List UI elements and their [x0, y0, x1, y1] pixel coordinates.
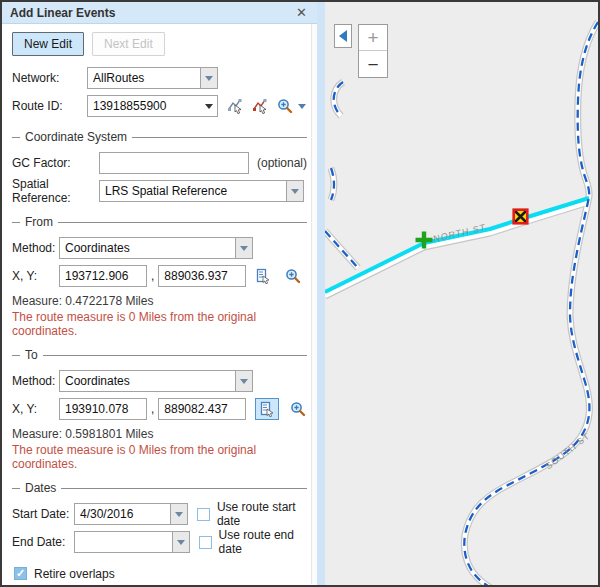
map-roads-layer [325, 2, 598, 585]
xy-separator: , [151, 269, 154, 283]
zoom-in-button[interactable]: + [359, 25, 387, 51]
start-date-value: 4/30/2016 [75, 507, 170, 521]
chevron-down-icon [240, 246, 248, 251]
from-method-dropdown[interactable]: Coordinates [59, 237, 253, 259]
spatial-reference-value: LRS Spatial Reference [100, 184, 286, 198]
section-to: To [12, 348, 307, 362]
chevron-down-icon [205, 104, 213, 109]
xy-separator: , [151, 402, 154, 416]
chevron-down-icon [177, 540, 185, 545]
chevron-down-icon [205, 76, 213, 81]
map-view[interactable]: NORTH ST SOUTH ST + − [325, 2, 598, 585]
panel-title: Add Linear Events [10, 6, 294, 20]
pick-coordinates-active-button[interactable] [255, 398, 279, 420]
start-date-label: Start Date: [12, 507, 74, 521]
panel-scrollbar[interactable] [311, 24, 317, 584]
panel-header: Add Linear Events ✕ [2, 2, 317, 24]
spatial-reference-dropdown[interactable]: LRS Spatial Reference [99, 180, 304, 202]
select-route-icon[interactable] [227, 98, 243, 114]
gc-factor-input[interactable] [99, 152, 249, 174]
app-window: Add Linear Events ✕ New Edit Next Edit N… [0, 0, 600, 587]
retire-overlaps-checkbox[interactable] [14, 567, 27, 580]
use-route-end-date-checkbox[interactable] [199, 536, 212, 549]
add-linear-events-panel: Add Linear Events ✕ New Edit Next Edit N… [2, 2, 325, 585]
zoom-to-to-point-icon[interactable] [290, 401, 306, 417]
network-label: Network: [12, 71, 87, 85]
to-point-marker [514, 210, 528, 224]
zoom-to-from-point-icon[interactable] [285, 268, 301, 284]
zoom-to-route-icon[interactable] [277, 98, 293, 114]
chevron-left-icon [339, 30, 347, 42]
to-xy-label: X, Y: [12, 402, 59, 416]
to-measure: Measure: 0.5981801 Miles [12, 427, 307, 441]
close-icon[interactable]: ✕ [294, 5, 309, 20]
from-method-arrow[interactable] [235, 238, 252, 258]
section-from: From [12, 215, 307, 229]
chevron-down-icon [298, 104, 306, 109]
retire-overlaps-label: Retire overlaps [34, 567, 115, 581]
end-date-dropdown[interactable] [74, 531, 190, 553]
route-id-label: Route ID: [12, 99, 87, 113]
spatial-reference-label: Spatial Reference: [12, 177, 99, 205]
chevron-down-icon [175, 512, 183, 517]
end-date-label: End Date: [12, 535, 74, 549]
from-x-input[interactable] [59, 265, 147, 287]
route-id-dropdown-arrow[interactable] [201, 104, 217, 109]
network-value: AllRoutes [88, 71, 200, 85]
to-method-dropdown[interactable]: Coordinates [59, 370, 253, 392]
network-dropdown-arrow[interactable] [200, 68, 217, 88]
start-date-arrow[interactable] [170, 504, 187, 524]
from-measure: Measure: 0.4722178 Miles [12, 294, 307, 308]
network-dropdown[interactable]: AllRoutes [87, 67, 218, 89]
to-method-arrow[interactable] [235, 371, 252, 391]
to-warning: The route measure is 0 Miles from the or… [12, 443, 307, 471]
panel-body: New Edit Next Edit Network: AllRoutes Ro… [2, 24, 317, 584]
chevron-down-icon [240, 379, 248, 384]
from-method-label: Method: [12, 241, 59, 255]
map-zoom-control: + − [358, 24, 388, 78]
pick-coordinates-icon [259, 401, 275, 417]
zoom-out-button[interactable]: − [359, 51, 387, 77]
section-coordinate-system: Coordinate System [12, 130, 307, 144]
from-method-value: Coordinates [60, 241, 235, 255]
collapse-panel-button[interactable] [334, 24, 352, 48]
to-x-input[interactable] [59, 398, 147, 420]
start-date-dropdown[interactable]: 4/30/2016 [74, 503, 188, 525]
use-route-start-date-checkbox[interactable] [197, 508, 210, 521]
select-route-red-icon[interactable] [252, 98, 268, 114]
to-method-label: Method: [12, 374, 59, 388]
from-warning: The route measure is 0 Miles from the or… [12, 310, 307, 338]
section-dates: Dates [12, 481, 307, 495]
next-edit-button: Next Edit [92, 32, 165, 56]
to-y-input[interactable] [158, 398, 246, 420]
chevron-down-icon [291, 189, 299, 194]
gc-factor-hint: (optional) [257, 156, 307, 170]
zoom-options-arrow[interactable] [298, 104, 306, 109]
pick-coordinates-icon[interactable] [255, 268, 271, 284]
spatial-reference-arrow[interactable] [286, 181, 303, 201]
to-method-value: Coordinates [60, 374, 235, 388]
new-edit-button[interactable]: New Edit [12, 32, 84, 56]
use-route-end-date-label: Use route end date [219, 528, 307, 556]
gc-factor-label: GC Factor: [12, 156, 99, 170]
end-date-arrow[interactable] [172, 532, 189, 552]
route-id-value: 13918855900 [88, 99, 201, 113]
from-y-input[interactable] [158, 265, 246, 287]
route-id-combo[interactable]: 13918855900 [87, 95, 218, 117]
from-xy-label: X, Y: [12, 269, 59, 283]
use-route-start-date-label: Use route start date [217, 500, 307, 528]
